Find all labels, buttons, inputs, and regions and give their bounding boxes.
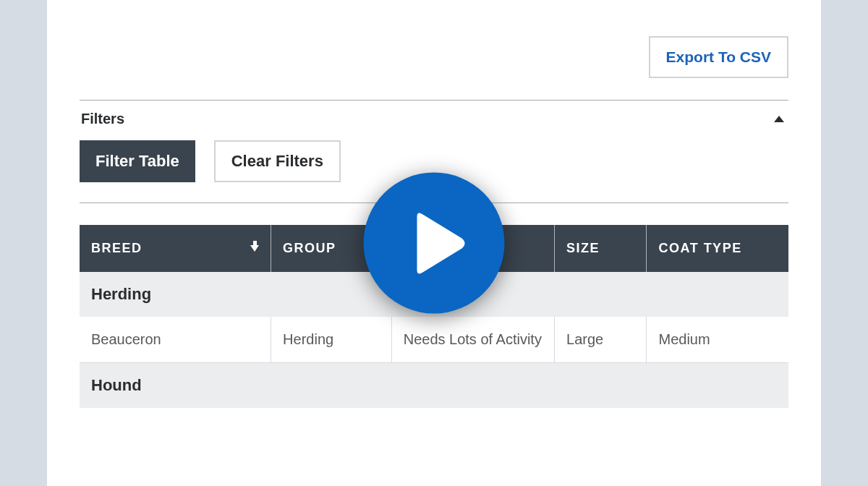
cell-level: Needs Lots of Activity bbox=[391, 317, 554, 363]
filters-header[interactable]: Filters bbox=[80, 101, 788, 136]
cell-coat: Medium bbox=[647, 317, 788, 363]
table-row[interactable]: Beauceron Herding Needs Lots of Activity… bbox=[80, 317, 788, 363]
header-coat-type[interactable]: COAT TYPE bbox=[647, 225, 788, 272]
filter-table-button[interactable]: Filter Table bbox=[80, 140, 195, 182]
header-breed[interactable]: BREED bbox=[80, 225, 271, 272]
group-row-hound: Hound bbox=[80, 363, 788, 409]
export-row: Export To CSV bbox=[80, 36, 788, 78]
header-breed-label: BREED bbox=[91, 241, 142, 256]
filters-title: Filters bbox=[81, 111, 124, 127]
header-coat-type-label: COAT TYPE bbox=[658, 241, 741, 255]
clear-filters-button[interactable]: Clear Filters bbox=[214, 140, 341, 182]
header-group-label: GROUP bbox=[283, 241, 336, 255]
sort-down-icon[interactable] bbox=[250, 245, 259, 252]
collapse-up-icon[interactable] bbox=[774, 116, 784, 122]
cell-group: Herding bbox=[271, 317, 392, 363]
header-size-label: SIZE bbox=[566, 241, 600, 255]
cell-breed: Beauceron bbox=[80, 317, 271, 363]
cell-size: Large bbox=[555, 317, 647, 363]
header-size[interactable]: SIZE bbox=[555, 225, 647, 272]
play-button[interactable] bbox=[364, 173, 505, 314]
group-label: Hound bbox=[80, 363, 788, 409]
play-icon bbox=[409, 210, 467, 276]
export-csv-button[interactable]: Export To CSV bbox=[649, 36, 788, 78]
